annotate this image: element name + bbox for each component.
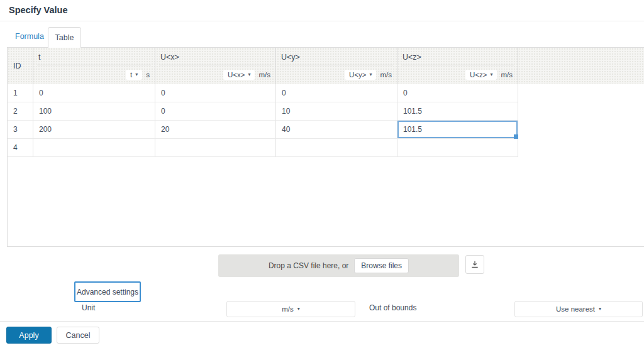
table-row: 10000 <box>8 84 644 102</box>
out-of-bounds-select[interactable]: Use nearest ▾ <box>514 301 643 317</box>
row-id: 2 <box>8 102 33 121</box>
column-unit-row: U<x>▾m/s <box>155 65 275 84</box>
column-variable-value: U<y> <box>349 71 367 79</box>
table-cell[interactable]: 0 <box>276 84 397 102</box>
out-of-bounds-label: Out of bounds <box>369 303 416 312</box>
column-variable-select[interactable]: U<x>▾ <box>223 70 255 80</box>
table-cell[interactable]: 20 <box>155 121 276 139</box>
table-cell[interactable] <box>276 139 397 157</box>
download-icon <box>470 260 479 269</box>
table-cell[interactable]: 0 <box>33 84 155 102</box>
footer-divider <box>0 321 644 322</box>
table-cell[interactable]: 0 <box>397 84 518 102</box>
apply-button[interactable]: Apply <box>6 327 52 344</box>
unit-label: Unit <box>82 303 95 312</box>
table-cell[interactable] <box>397 139 518 157</box>
column-variable-select[interactable]: U<z>▾ <box>465 70 497 80</box>
chevron-down-icon: ▾ <box>490 72 492 77</box>
tab-formula[interactable]: Formula <box>15 32 44 41</box>
column-header-2: U<x>U<x>▾m/s <box>155 48 276 84</box>
chevron-down-icon: ▾ <box>297 307 300 312</box>
table-panel: IDtt▾sU<x>U<x>▾m/sU<y>U<y>▾m/sU<z>U<z>▾m… <box>7 47 644 247</box>
column-variable-value: t <box>130 71 132 79</box>
download-button[interactable] <box>465 255 484 274</box>
table-cell[interactable]: 40 <box>276 121 397 139</box>
table-row: 2100010101.5 <box>8 102 644 121</box>
page-title: Specify Value <box>9 5 68 15</box>
row-id: 3 <box>8 121 33 139</box>
browse-files-button[interactable]: Browse files <box>354 258 409 273</box>
column-name: U<z> <box>397 48 518 65</box>
column-name: t <box>33 48 155 65</box>
id-column-header: ID <box>8 48 33 84</box>
column-header-4: U<z>U<z>▾m/s <box>397 48 518 84</box>
column-unit-row: U<z>▾m/s <box>397 65 518 84</box>
table-row: 4 <box>8 139 644 157</box>
dropzone-text: Drop a CSV file here, or <box>269 261 348 270</box>
chevron-down-icon: ▾ <box>369 72 372 77</box>
tab-table[interactable]: Table <box>48 27 81 48</box>
cancel-button[interactable]: Cancel <box>57 327 99 344</box>
column-variable-select[interactable]: U<y>▾ <box>345 70 377 80</box>
column-header-1: tt▾s <box>33 48 155 84</box>
table-body: 100002100010101.532002040101.54 <box>8 84 644 157</box>
column-name: U<y> <box>276 48 397 65</box>
column-variable-value: U<z> <box>470 71 487 79</box>
table-cell[interactable]: 10 <box>276 102 397 121</box>
table-cell[interactable] <box>155 139 276 157</box>
column-unit-text: m/s <box>380 71 392 79</box>
specify-value-dialog: Specify Value Formula Table IDtt▾sU<x>U<… <box>0 0 644 348</box>
row-id: 4 <box>8 139 33 157</box>
table-cell[interactable]: 0 <box>155 84 276 102</box>
column-header-3: U<y>U<y>▾m/s <box>276 48 397 84</box>
header-filler <box>518 48 644 84</box>
table-cell[interactable] <box>33 139 155 157</box>
column-variable-value: U<x> <box>228 71 245 79</box>
table-cell[interactable]: 100 <box>33 102 155 121</box>
column-unit-text: m/s <box>501 71 513 79</box>
table-row: 32002040101.5 <box>8 121 644 139</box>
chevron-down-icon: ▾ <box>135 72 138 77</box>
column-unit-row: t▾s <box>33 65 155 84</box>
unit-select-value: m/s <box>282 305 294 313</box>
column-unit-text: m/s <box>258 71 270 79</box>
column-unit-row: U<y>▾m/s <box>276 65 397 84</box>
column-unit-text: s <box>146 71 150 79</box>
advanced-settings-button[interactable]: Advanced settings <box>74 281 141 302</box>
table-cell[interactable]: 200 <box>33 121 155 139</box>
title-divider <box>0 21 644 21</box>
table-cell[interactable]: 0 <box>155 102 276 121</box>
table-cell-selected[interactable]: 101.5 <box>397 121 518 139</box>
column-variable-select[interactable]: t▾ <box>126 70 142 80</box>
table-header: IDtt▾sU<x>U<x>▾m/sU<y>U<y>▾m/sU<z>U<z>▾m… <box>8 48 644 84</box>
csv-dropzone[interactable]: Drop a CSV file here, or Browse files <box>218 254 459 277</box>
column-name: U<x> <box>155 48 275 65</box>
chevron-down-icon: ▾ <box>248 72 250 77</box>
row-id: 1 <box>8 84 33 102</box>
out-of-bounds-value: Use nearest <box>556 305 595 313</box>
table-cell[interactable]: 101.5 <box>397 102 518 121</box>
chevron-down-icon: ▾ <box>599 307 601 312</box>
unit-select[interactable]: m/s ▾ <box>226 301 355 317</box>
